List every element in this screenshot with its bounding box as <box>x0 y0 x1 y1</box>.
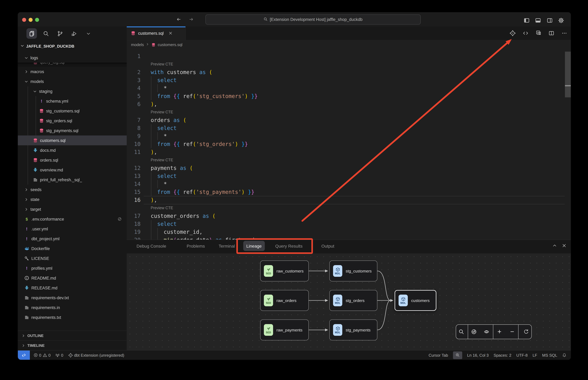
chevron-down-view-button[interactable] <box>83 28 94 39</box>
tree-item-dockerfile[interactable]: Dockerfile <box>18 244 127 253</box>
tree-item--env-conformance[interactable]: $.env.conformance <box>18 214 127 224</box>
tree-item-print-full-refresh-sql-[interactable]: print_full_refresh._sql_ <box>18 175 127 185</box>
forward-icon[interactable] <box>187 16 196 23</box>
eye-icon[interactable] <box>481 325 492 339</box>
status-indentation[interactable]: Spaces: 2 <box>494 351 511 359</box>
tree-item-models[interactable]: models <box>18 76 127 86</box>
status-language-mode[interactable]: MS SQL <box>542 351 557 359</box>
status-cursor-tab[interactable]: Cursor Tab <box>428 351 448 359</box>
status-encoding[interactable]: UTF-8 <box>516 351 528 359</box>
lineage-node-stg_payments[interactable]: MDLstg_payments <box>329 320 377 340</box>
tree-item-staging[interactable]: staging <box>18 86 127 96</box>
tree-item-target[interactable]: target <box>18 204 127 214</box>
split-editor-icon[interactable] <box>548 30 555 37</box>
source-control-view-button[interactable] <box>55 28 65 39</box>
close-window-button[interactable] <box>22 18 26 22</box>
preview-data-icon[interactable] <box>535 30 542 37</box>
more-actions-icon[interactable] <box>561 30 568 37</box>
back-icon[interactable] <box>174 16 183 23</box>
bottom-panel: Debug ConsoleProblemsTerminalLineageQuer… <box>127 240 571 350</box>
codelens-preview-cte[interactable]: Preview CTE <box>151 156 173 164</box>
toggle-secondary-sidebar-icon <box>547 17 552 23</box>
status-notifications[interactable] <box>562 351 567 359</box>
zoom-out-icon[interactable]: − <box>507 325 517 339</box>
tree-item--user-yml[interactable]: !.user.yml <box>18 224 127 234</box>
refresh-icon[interactable] <box>521 325 531 339</box>
dbt-icon <box>68 353 73 357</box>
tree-item-schema-yml[interactable]: !schema.yml <box>18 96 127 106</box>
status-ports[interactable]: 0 <box>56 351 63 359</box>
sidebar-section-timeline[interactable]: TIMELINE <box>18 340 127 350</box>
tree-item-stg-payments-sql[interactable]: stg_payments.sql <box>18 126 127 135</box>
tree-item-stg-customers-sql[interactable]: stg_customers.sql <box>18 106 127 116</box>
tree-item-requirements-txt[interactable]: requirements.txt <box>18 312 127 322</box>
panel-tab-terminal[interactable]: Terminal <box>216 241 238 251</box>
tree-item-stg-orders-sql[interactable]: stg_orders.sql <box>18 116 127 126</box>
tree-item-license[interactable]: LICENSE <box>18 253 127 263</box>
tree-item-seeds[interactable]: seeds <box>18 185 127 194</box>
panel-tab-lineage[interactable]: Lineage <box>243 241 265 251</box>
tree-item-profiles-yml[interactable]: !profiles.yml <box>18 263 127 273</box>
breadcrumb-folder[interactable]: models <box>131 42 144 47</box>
tree-item-requirements-dev-txt[interactable]: requirements-dev.txt <box>18 293 127 303</box>
chevron-up-icon[interactable] <box>552 243 557 248</box>
command-center-search[interactable]: [Extension Development Host] jaffle_shop… <box>205 15 421 25</box>
tree-item-readme-md[interactable]: README.md <box>18 273 127 283</box>
status-dbt-extension[interactable]: dbt Extension (unregistered) <box>68 351 124 359</box>
close-icon <box>562 243 567 248</box>
codelens-preview-cte[interactable]: Preview CTE <box>151 204 173 212</box>
code-icon[interactable] <box>522 30 529 37</box>
close-icon[interactable] <box>562 243 567 248</box>
zoom-in-icon[interactable]: + <box>494 325 505 339</box>
tree-item-customers-sql[interactable]: customers.sql <box>18 135 127 145</box>
tree-item-release-md[interactable]: RELEASE.md <box>18 283 127 293</box>
sidebar-section-outline[interactable]: OUTLINE <box>18 331 127 340</box>
status-zoom-indicator[interactable] <box>453 351 462 359</box>
lineage-canvas[interactable]: SEDraw_customersMDLstg_customersSEDraw_o… <box>127 253 571 350</box>
editor-scrollbar[interactable] <box>565 52 571 97</box>
line-number: 9 <box>127 132 141 140</box>
tab-customers-sql[interactable]: customers.sql <box>127 26 186 40</box>
files-view-button[interactable] <box>26 28 37 39</box>
tree-item-logs[interactable]: logs <box>18 53 127 63</box>
explorer-project-header[interactable]: JAFFLE_SHOP_DUCKDB <box>20 43 74 49</box>
codelens-preview-cte[interactable]: Preview CTE <box>151 60 173 68</box>
remote-indicator[interactable] <box>18 350 30 360</box>
minimize-window-button[interactable] <box>29 18 33 22</box>
tree-item-requirements-in[interactable]: requirements.in <box>18 303 127 312</box>
lineage-node-stg_customers[interactable]: MDLstg_customers <box>329 261 377 281</box>
search-view-button[interactable] <box>41 28 51 39</box>
breadcrumb-file[interactable]: customers.sql <box>158 42 182 47</box>
dbt-icon[interactable] <box>509 30 516 37</box>
tree-item-query-log-sql[interactable]: query_log.sql <box>18 63 127 67</box>
search-icon[interactable] <box>456 325 466 339</box>
toggle-panel-icon[interactable] <box>535 17 541 24</box>
tree-item-state[interactable]: state <box>18 194 127 204</box>
lineage-node-customers[interactable]: MDLcustomers <box>395 290 436 311</box>
lineage-node-stg_orders[interactable]: MDLstg_orders <box>329 290 377 311</box>
panel-tab-query-results[interactable]: Query Results <box>272 241 305 251</box>
tree-item-overview-md[interactable]: overview.md <box>18 165 127 175</box>
panel-tab-debug-console[interactable]: Debug Console <box>133 241 169 251</box>
lineage-node-raw_orders[interactable]: SEDraw_orders <box>260 290 309 311</box>
codelens-preview-cte[interactable]: Preview CTE <box>151 108 173 116</box>
code-editor[interactable]: 1Preview CTE2with customers as (3 select… <box>127 49 571 240</box>
tree-item-docs-md[interactable]: docs.md <box>18 145 127 155</box>
lineage-node-raw_customers[interactable]: SEDraw_customers <box>260 261 309 281</box>
zoom-window-button[interactable] <box>35 18 39 22</box>
close-icon[interactable] <box>169 31 173 36</box>
settings-gear-icon[interactable] <box>558 17 565 24</box>
status-eol[interactable]: LF <box>532 351 537 359</box>
tree-item-dbt-project-yml[interactable]: !dbt_project.yml <box>18 234 127 244</box>
tree-item-macros[interactable]: macros <box>18 67 127 76</box>
tree-item-orders-sql[interactable]: orders.sql <box>18 155 127 165</box>
debug-view-button[interactable] <box>69 28 79 39</box>
status-problems[interactable]: 00 <box>34 351 51 359</box>
toggle-secondary-sidebar-icon[interactable] <box>546 17 553 24</box>
lineage-node-raw_payments[interactable]: SEDraw_payments <box>260 320 309 340</box>
toggle-primary-sidebar-icon[interactable] <box>523 17 530 24</box>
aperture-icon[interactable] <box>469 325 479 339</box>
panel-tab-output[interactable]: Output <box>318 241 337 251</box>
panel-tab-problems[interactable]: Problems <box>183 241 208 251</box>
status-cursor-position[interactable]: Ln 16, Col 3 <box>467 351 489 359</box>
